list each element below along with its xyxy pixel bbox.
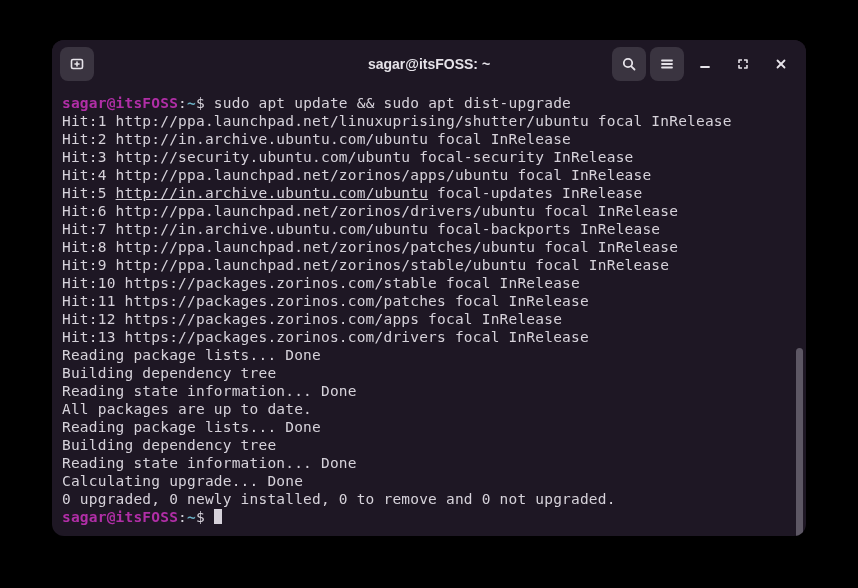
- prompt-sep1: :: [178, 95, 187, 111]
- prompt-user: sagar@itsFOSS: [62, 95, 178, 111]
- new-tab-button[interactable]: [60, 47, 94, 81]
- scrollbar[interactable]: [796, 348, 803, 536]
- prompt-sep2: $: [196, 509, 214, 525]
- menu-button[interactable]: [650, 47, 684, 81]
- prompt-sep1: :: [178, 509, 187, 525]
- terminal-window: sagar@itsFOSS: ~: [52, 40, 806, 536]
- prompt-sep2: $: [196, 95, 214, 111]
- command-text: sudo apt update && sudo apt dist-upgrade: [214, 95, 571, 111]
- title-bar: sagar@itsFOSS: ~: [52, 40, 806, 88]
- minimize-button[interactable]: [688, 47, 722, 81]
- search-button[interactable]: [612, 47, 646, 81]
- prompt-user: sagar@itsFOSS: [62, 509, 178, 525]
- terminal-body[interactable]: sagar@itsFOSS:~$ sudo apt update && sudo…: [52, 88, 806, 536]
- svg-line-4: [631, 66, 634, 69]
- cursor: [214, 509, 222, 524]
- close-button[interactable]: [764, 47, 798, 81]
- maximize-button[interactable]: [726, 47, 760, 81]
- output-lines: Hit:1 http://ppa.launchpad.net/linuxupri…: [62, 113, 732, 507]
- prompt-path: ~: [187, 509, 196, 525]
- prompt-path: ~: [187, 95, 196, 111]
